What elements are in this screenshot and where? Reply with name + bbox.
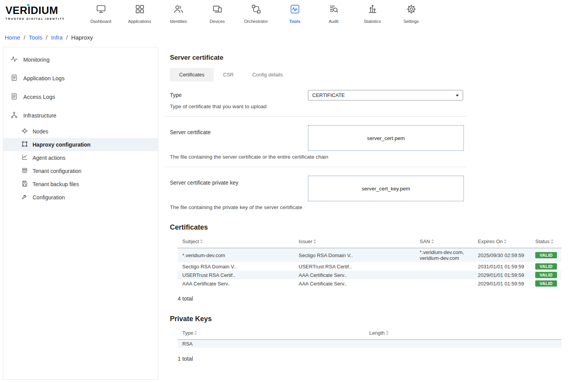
table-row: Sectigo RSA Domain V.. USERTrust RSA Cer… bbox=[178, 262, 561, 271]
table-row: USERTrust RSA Certif.. AAA Certificate S… bbox=[178, 271, 561, 279]
sidebar: Monitoring Application Logs Access Logs … bbox=[3, 47, 158, 380]
main-content: Server certificate Certificates CSR Conf… bbox=[158, 47, 588, 380]
sidebar-item-access-logs[interactable]: Access Logs bbox=[3, 88, 158, 106]
cell-subject: Sectigo RSA Domain V.. bbox=[178, 262, 299, 271]
sort-icon bbox=[200, 239, 203, 245]
type-help-text: Type of certificate that you want to upl… bbox=[170, 104, 588, 109]
certificates-table-header: Subject Issuer SAN Expires On Status bbox=[178, 236, 561, 248]
logo-tagline: TRUSTED DIGITAL IDENTITY bbox=[5, 17, 71, 21]
page-title: Server certificate bbox=[170, 54, 588, 62]
breadcrumb-separator: / bbox=[46, 34, 47, 41]
nav-items: Dashboard Applications Identities Device… bbox=[81, 3, 431, 24]
veridium-logo[interactable]: VERIDIUM TRUSTED DIGITAL IDENTITY bbox=[5, 5, 71, 21]
sidebar-item-haproxy-configuration[interactable]: Haproxy configuration bbox=[3, 138, 158, 151]
nav-item-orchestrator[interactable]: Orchestrator bbox=[237, 3, 275, 24]
sidebar-item-configuration[interactable]: Configuration bbox=[3, 191, 158, 204]
sidebar-item-tenant-backup-files[interactable]: Tenant backup files bbox=[3, 178, 158, 191]
chevron-down-icon bbox=[456, 95, 459, 97]
wrench-icon bbox=[21, 194, 33, 201]
nav-item-devices[interactable]: Devices bbox=[198, 3, 237, 24]
breadcrumb-home[interactable]: Home bbox=[5, 34, 20, 41]
tab-csr[interactable]: CSR bbox=[214, 68, 243, 81]
nav-item-applications[interactable]: Applications bbox=[120, 3, 159, 24]
column-header-length[interactable]: Length bbox=[369, 328, 561, 340]
column-header-status[interactable]: Status bbox=[535, 236, 561, 248]
sidebar-item-label: Tenant backup files bbox=[33, 181, 79, 187]
cell-expires: 2029/01/01 01:59:59 bbox=[478, 271, 535, 279]
private-key-filename: server_cert_key.pem bbox=[361, 186, 410, 192]
cell-key-type: RSA bbox=[178, 340, 369, 348]
status-badge: VALID bbox=[535, 263, 557, 270]
nav-item-tools[interactable]: Tools bbox=[275, 3, 314, 24]
column-header-issuer[interactable]: Issuer bbox=[299, 236, 420, 248]
certificates-total: 4 total bbox=[178, 296, 588, 302]
breadcrumb: Home / Tools / Infra / Haproxy bbox=[0, 29, 588, 47]
sidebar-item-application-logs[interactable]: Application Logs bbox=[3, 69, 158, 88]
private-key-row: Server certificate private key server_ce… bbox=[170, 176, 588, 201]
column-label: SAN bbox=[420, 239, 430, 244]
sidebar-item-agent-actions[interactable]: Agent actions bbox=[3, 151, 158, 164]
sidebar-item-tenant-configuration[interactable]: Tenant configuration bbox=[3, 164, 158, 178]
column-label: Expires On bbox=[478, 239, 503, 244]
cell-expires: 2031/01/01 01:59:59 bbox=[478, 262, 535, 271]
private-keys-section-title: Private Keys bbox=[170, 315, 588, 323]
sidebar-item-monitoring[interactable]: Monitoring bbox=[3, 50, 158, 69]
cell-issuer: Sectigo RSA Domain V.. bbox=[299, 248, 420, 263]
column-label: Type bbox=[182, 330, 193, 336]
server-certificate-dropzone[interactable]: server_cert.pem bbox=[308, 125, 464, 151]
cell-san: *.veridium-dev.com, veridium-dev.com bbox=[420, 248, 478, 263]
breadcrumb-infra[interactable]: Infra bbox=[51, 34, 62, 41]
column-header-type[interactable]: Type bbox=[178, 328, 369, 340]
nav-item-settings[interactable]: Settings bbox=[392, 3, 431, 24]
nav-label: Audit bbox=[329, 19, 338, 24]
certificates-table: Subject Issuer SAN Expires On Status *.v… bbox=[178, 236, 561, 288]
breadcrumb-tools[interactable]: Tools bbox=[29, 34, 42, 41]
sidebar-item-nodes[interactable]: Nodes bbox=[3, 125, 158, 138]
certificate-type-select[interactable]: CERTIFICATE bbox=[308, 90, 463, 100]
network-config-icon bbox=[21, 141, 33, 149]
dashboard-icon bbox=[96, 4, 106, 16]
hierarchy-icon bbox=[10, 111, 23, 120]
server-certificate-help-text: The file containing the server certifica… bbox=[170, 154, 588, 160]
divider bbox=[164, 167, 467, 167]
nodes-icon bbox=[21, 128, 33, 135]
page: VERIDIUM TRUSTED DIGITAL IDENTITY Dashbo… bbox=[0, 0, 588, 382]
tab-config-details[interactable]: Config details bbox=[243, 68, 292, 81]
sidebar-item-infrastructure[interactable]: Infrastructure bbox=[3, 106, 158, 125]
private-key-dropzone[interactable]: server_cert_key.pem bbox=[308, 176, 464, 201]
cell-subject: AAA Certificate Serv.. bbox=[178, 279, 299, 288]
nav-label: Settings bbox=[403, 19, 419, 24]
server-certificate-label: Server certificate bbox=[170, 125, 308, 135]
certificates-section-title: Certificates bbox=[170, 223, 588, 232]
cell-san bbox=[420, 279, 478, 288]
table-row: *.veridium-dev.com Sectigo RSA Domain V.… bbox=[178, 248, 561, 263]
column-header-san[interactable]: SAN bbox=[420, 236, 478, 248]
sort-icon bbox=[504, 239, 507, 245]
sort-icon bbox=[386, 330, 389, 336]
sidebar-item-label: Monitoring bbox=[23, 57, 50, 63]
sidebar-item-label: Haproxy configuration bbox=[33, 142, 90, 148]
sort-icon bbox=[431, 239, 434, 245]
column-header-expires-on[interactable]: Expires On bbox=[478, 236, 535, 248]
private-key-label: Server certificate private key bbox=[170, 176, 308, 186]
tabs: Certificates CSR Config details bbox=[170, 68, 588, 81]
divider bbox=[164, 116, 467, 117]
identities-icon bbox=[173, 4, 184, 16]
nav-item-dashboard[interactable]: Dashboard bbox=[81, 3, 120, 24]
monitoring-pulse-icon bbox=[10, 55, 23, 64]
cell-expires: 2029/01/01 01:59:59 bbox=[478, 279, 535, 288]
logo-name: VERIDIUM bbox=[5, 5, 58, 16]
tab-certificates[interactable]: Certificates bbox=[170, 68, 214, 81]
cell-san bbox=[420, 262, 478, 271]
status-badge: VALID bbox=[535, 280, 557, 287]
line-chart-icon bbox=[21, 154, 33, 162]
nav-item-audit[interactable]: Audit bbox=[314, 3, 353, 24]
type-label: Type bbox=[170, 90, 308, 98]
column-header-subject[interactable]: Subject bbox=[178, 236, 299, 248]
sidebar-item-label: Agent actions bbox=[33, 155, 66, 161]
nav-item-statistics[interactable]: Statistics bbox=[353, 3, 392, 24]
cell-issuer: AAA Certificate Serv.. bbox=[299, 271, 420, 279]
table-row: AAA Certificate Serv.. AAA Certificate S… bbox=[178, 279, 561, 288]
nav-item-identities[interactable]: Identities bbox=[159, 3, 198, 24]
sidebar-item-label: Application Logs bbox=[23, 75, 64, 81]
